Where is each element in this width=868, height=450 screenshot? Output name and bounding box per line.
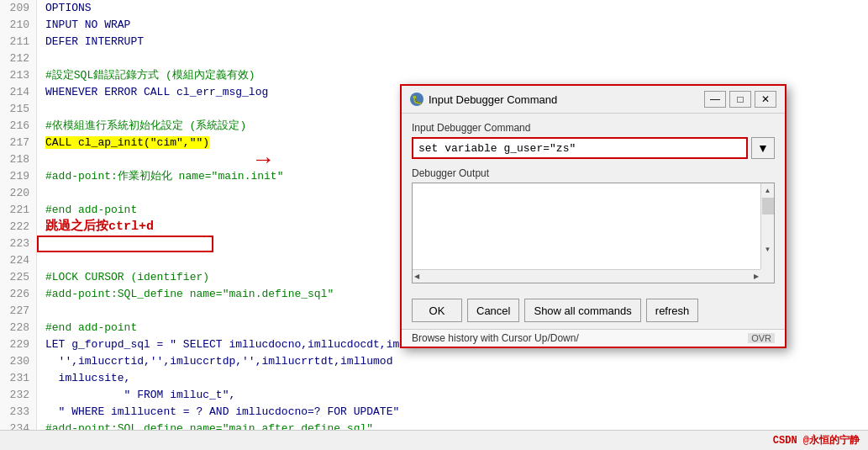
code-line: " FROM imlluc_t", bbox=[45, 387, 860, 404]
dialog-close-button[interactable]: ✕ bbox=[755, 91, 776, 108]
dialog-title: Input Debugger Command bbox=[429, 93, 557, 106]
dialog-status-text: Browse history with Cursor Up/Down/ bbox=[412, 332, 579, 344]
output-vertical-scrollbar[interactable]: ▲ ▼ bbox=[760, 183, 774, 269]
refresh-button[interactable]: refresh bbox=[646, 299, 698, 322]
code-line bbox=[45, 50, 860, 67]
input-debugger-dialog[interactable]: 🐛 Input Debugger Command — □ ✕ Input Deb… bbox=[400, 84, 786, 348]
output-horizontal-scrollbar[interactable]: ◀ ▶ bbox=[413, 269, 760, 283]
ovr-badge: OVR bbox=[748, 333, 775, 343]
dialog-body: Input Debugger Command ▼ Debugger Output… bbox=[402, 114, 785, 292]
code-editor: 2092102112122132142152162172182192202212… bbox=[0, 0, 868, 450]
line-number: 211 bbox=[7, 34, 29, 50]
scrollbar-left-arrow[interactable]: ◀ bbox=[414, 273, 419, 280]
dialog-app-icon: 🐛 bbox=[410, 93, 423, 106]
line-number: 221 bbox=[7, 202, 29, 219]
line-number: 231 bbox=[7, 370, 29, 387]
line-number: 210 bbox=[7, 17, 29, 34]
dropdown-arrow-icon: ▼ bbox=[757, 141, 769, 155]
line-number: 224 bbox=[7, 252, 29, 269]
scrollbar-right-arrow[interactable]: ▶ bbox=[754, 273, 759, 280]
code-line: OPTIONS bbox=[45, 0, 860, 17]
line-number: 215 bbox=[7, 101, 29, 118]
line-number: 217 bbox=[7, 135, 29, 151]
code-line: " WHERE imlllucent = ? AND imllucdocno=?… bbox=[45, 404, 860, 421]
line-number: 209 bbox=[7, 0, 29, 17]
code-line: DEFER INTERRUPT bbox=[45, 34, 860, 50]
code-line: imllucsite, bbox=[45, 370, 860, 387]
line-number: 233 bbox=[7, 404, 29, 421]
line-number: 216 bbox=[7, 118, 29, 135]
line-number: 228 bbox=[7, 320, 29, 336]
line-numbers: 2092102112122132142152162172182192202212… bbox=[0, 0, 37, 450]
line-number: 218 bbox=[7, 151, 29, 168]
line-number: 230 bbox=[7, 353, 29, 370]
show-all-commands-button[interactable]: Show all commands bbox=[524, 299, 640, 322]
line-number: 220 bbox=[7, 185, 29, 202]
line-number: 222 bbox=[7, 219, 29, 236]
scrollbar-corner bbox=[760, 269, 774, 283]
code-line: INPUT NO WRAP bbox=[45, 17, 860, 34]
debugger-output-area: ▲ ▼ ◀ ▶ bbox=[412, 183, 775, 283]
debugger-command-input[interactable] bbox=[412, 137, 748, 159]
scrollbar-down-arrow[interactable]: ▼ bbox=[761, 242, 774, 256]
editor-status-bar: CSDN @永恒的宁静 bbox=[0, 430, 868, 450]
dialog-footer: OK Cancel Show all commands refresh bbox=[402, 292, 785, 329]
line-number: 227 bbox=[7, 303, 29, 320]
dialog-status-bar: Browse history with Cursor Up/Down/ OVR bbox=[402, 329, 785, 347]
line-number: 226 bbox=[7, 286, 29, 303]
dialog-maximize-button[interactable]: □ bbox=[729, 91, 751, 108]
code-line: '',imluccrtid,'',imluccrtdp,'',imllucrrt… bbox=[45, 353, 860, 370]
line-number: 214 bbox=[7, 84, 29, 101]
scrollbar-thumb[interactable] bbox=[762, 198, 774, 214]
ok-button[interactable]: OK bbox=[412, 299, 462, 322]
line-number: 225 bbox=[7, 269, 29, 286]
csdn-tag: CSDN @永恒的宁静 bbox=[773, 433, 860, 447]
line-number: 229 bbox=[7, 336, 29, 353]
dialog-minimize-button[interactable]: — bbox=[704, 91, 726, 108]
input-command-row: ▼ bbox=[412, 137, 775, 159]
scrollbar-up-arrow[interactable]: ▲ bbox=[761, 183, 774, 197]
line-number: 232 bbox=[7, 387, 29, 404]
dialog-titlebar: 🐛 Input Debugger Command — □ ✕ bbox=[402, 86, 785, 114]
command-dropdown-button[interactable]: ▼ bbox=[751, 137, 775, 159]
cancel-button[interactable]: Cancel bbox=[467, 299, 519, 322]
line-number: 212 bbox=[7, 50, 29, 67]
line-number: 223 bbox=[7, 236, 29, 252]
line-number: 213 bbox=[7, 67, 29, 84]
line-number: 219 bbox=[7, 168, 29, 185]
code-line: #設定SQL錯誤記錄方式 (模組內定義有效) bbox=[45, 67, 860, 84]
output-label: Debugger Output bbox=[412, 167, 775, 179]
input-command-label: Input Debugger Command bbox=[412, 122, 775, 134]
